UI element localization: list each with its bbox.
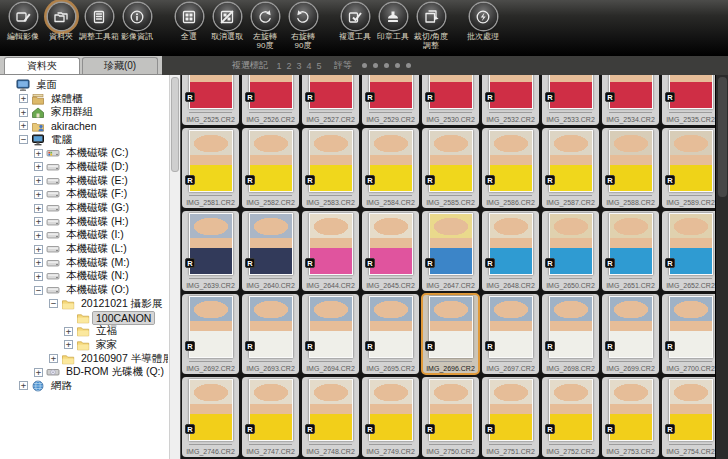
thumbnail-cell[interactable]: R IMG_2752.CR2 [542,377,599,457]
thumbnail-cell[interactable]: R IMG_2530.CR2 [422,75,479,125]
thumbnail-cell[interactable]: R IMG_2582.CR2 [242,128,299,208]
tree-item[interactable]: − 本機磁碟 (O:) [2,283,168,297]
thumbnail-cell[interactable]: R IMG_2532.CR2 [482,75,539,125]
tree-item[interactable]: + 本機磁碟 (F:) [2,188,168,202]
thumbnail-cell[interactable]: R IMG_2645.CR2 [362,211,419,291]
tree-item[interactable]: + 家用群組 [2,105,168,119]
thumbnail-cell[interactable]: R IMG_2698.CR2 [542,294,599,374]
rating-dot[interactable] [395,63,400,68]
thumbnail-cell[interactable]: R IMG_2746.CR2 [182,377,239,457]
thumbnail-cell[interactable]: R IMG_2697.CR2 [482,294,539,374]
thumbnail-cell[interactable]: R IMG_2644.CR2 [302,211,359,291]
tree-expander[interactable]: + [34,258,43,267]
thumbnail-cell[interactable]: R IMG_2639.CR2 [182,211,239,291]
thumbnail-cell[interactable]: R IMG_2652.CR2 [662,211,715,291]
tree-expander[interactable]: + [34,176,43,185]
tree-expander[interactable]: + [34,272,43,281]
tree-item[interactable]: − 20121021 攝影展 [2,297,168,311]
tree-expander[interactable]: + [34,245,43,254]
toolbar-button[interactable]: 印章工具 [374,3,412,41]
thumbnail-cell[interactable]: R IMG_2753.CR2 [602,377,659,457]
rating-dot[interactable] [384,63,389,68]
thumbnail-cell[interactable]: R IMG_2583.CR2 [302,128,359,208]
thumbnail-cell[interactable]: R IMG_2647.CR2 [422,211,479,291]
tree-item[interactable]: + 本機磁碟 (M:) [2,256,168,270]
tree-expander[interactable]: + [64,340,73,349]
tree-expander[interactable]: + [34,217,43,226]
check-mark-number[interactable]: 5 [315,61,323,71]
toolbar-button[interactable]: 影像資訊 [118,3,156,41]
thumbnail-cell[interactable]: R IMG_2525.CR2 [182,75,239,125]
thumbnail-cell[interactable]: R IMG_2527.CR2 [302,75,359,125]
tree-expander[interactable]: − [49,299,58,308]
tree-expander[interactable]: + [34,368,43,377]
thumbnail-cell[interactable]: R IMG_2534.CR2 [602,75,659,125]
tree-item[interactable]: + 本機磁碟 (D:) [2,160,168,174]
tree-expander[interactable]: + [34,190,43,199]
thumbnail-cell[interactable]: R IMG_2694.CR2 [302,294,359,374]
tree-item[interactable]: + akirachen [2,119,168,133]
thumbnail-cell[interactable]: R IMG_2581.CR2 [182,128,239,208]
tree-item[interactable]: + 本機磁碟 (L:) [2,242,168,256]
tree-item[interactable]: + 立福 [2,324,168,338]
tree-expander[interactable]: + [34,149,43,158]
thumbnail-cell[interactable]: R IMG_2535.CR2 [662,75,715,125]
rating-dot[interactable] [406,63,411,68]
tree-item[interactable]: − 電腦 [2,133,168,147]
tree-item[interactable]: 桌面 [2,78,168,92]
thumbnail-cell[interactable]: R IMG_2526.CR2 [242,75,299,125]
tree-item[interactable]: + 本機磁碟 (C:) [2,146,168,160]
tree-expander[interactable]: + [19,94,28,103]
thumbnail-cell[interactable]: R IMG_2747.CR2 [242,377,299,457]
tree-expander[interactable]: − [19,135,28,144]
tree-item[interactable]: + 本機磁碟 (E:) [2,174,168,188]
toolbar-button[interactable]: 批次處理 [464,3,502,41]
thumbnail-cell[interactable]: R IMG_2748.CR2 [302,377,359,457]
thumbnail-cell[interactable]: R IMG_2696.CR2 [422,294,479,374]
tree-item[interactable]: + 20160907 半導體展 [2,352,168,366]
toolbar-button[interactable]: 複選工具 [336,3,374,41]
toolbar-button[interactable]: 左旋轉 90度 [246,3,284,50]
thumbnail-cell[interactable]: R IMG_2588.CR2 [602,128,659,208]
thumbnail-cell[interactable]: R IMG_2648.CR2 [482,211,539,291]
thumbnail-cell[interactable]: R IMG_2751.CR2 [482,377,539,457]
thumbnail-cell[interactable]: R IMG_2651.CR2 [602,211,659,291]
toolbar-button[interactable]: 全選 [170,3,208,41]
check-mark-number[interactable]: 3 [295,61,303,71]
check-mark-number[interactable]: 2 [285,61,293,71]
thumbnail-cell[interactable]: R IMG_2754.CR2 [662,377,715,457]
tree-scrollbar-thumb[interactable] [171,77,179,172]
thumbnail-cell[interactable]: R IMG_2587.CR2 [542,128,599,208]
thumbnail-cell[interactable]: R IMG_2585.CR2 [422,128,479,208]
thumbnail-cell[interactable]: R IMG_2529.CR2 [362,75,419,125]
tree-item[interactable]: + 本機磁碟 (I:) [2,229,168,243]
tree-item[interactable]: + 本機磁碟 (H:) [2,215,168,229]
tree-expander[interactable]: + [34,231,43,240]
thumbnail-cell[interactable]: R IMG_2586.CR2 [482,128,539,208]
thumbnail-cell[interactable]: R IMG_2700.CR2 [662,294,715,374]
grid-scrollbar-thumb[interactable] [718,77,727,197]
toolbar-button[interactable]: 調整工具箱 [80,3,118,41]
thumbnail-cell[interactable]: R IMG_2650.CR2 [542,211,599,291]
tree-expander[interactable]: + [19,121,28,130]
thumbnail-cell[interactable]: R IMG_2692.CR2 [182,294,239,374]
thumbnail-cell[interactable]: R IMG_2749.CR2 [362,377,419,457]
tree-item[interactable]: + 家家 [2,338,168,352]
tree-item[interactable]: + 網路 [2,379,168,393]
thumbnail-cell[interactable]: R IMG_2589.CR2 [662,128,715,208]
tree-expander[interactable]: + [34,204,43,213]
check-mark-number[interactable]: 1 [275,61,283,71]
check-mark-number[interactable]: 4 [305,61,313,71]
tree-item[interactable]: 100CANON [2,311,168,325]
tree-expander[interactable]: + [64,327,73,336]
toolbar-button[interactable]: 裁切/角度 調整 [412,3,450,50]
tree-expander[interactable]: + [34,162,43,171]
tree-expander[interactable]: + [19,108,28,117]
panel-tab[interactable]: 珍藏(0) [82,57,158,74]
grid-scrollbar[interactable] [715,75,728,459]
panel-tab[interactable]: 資料夾 [4,57,80,74]
tree-item[interactable]: + BD-ROM 光碟機 (Q:) [2,365,168,379]
rating-dot[interactable] [362,63,367,68]
tree-expander[interactable]: + [49,354,58,363]
toolbar-button[interactable]: 右旋轉 90度 [284,3,322,50]
